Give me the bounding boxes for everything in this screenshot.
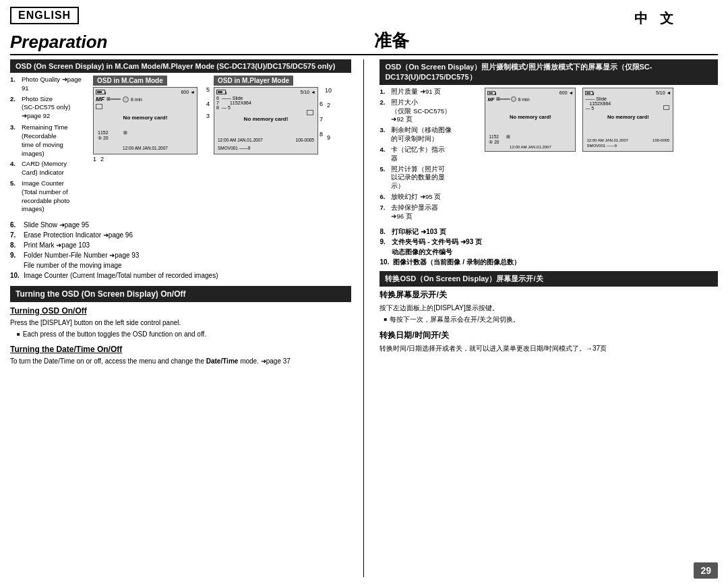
lcd-600: 600 ◄ <box>181 90 195 94</box>
label-6: 6 <box>320 96 323 112</box>
lcd-photo-icon <box>96 104 102 109</box>
zh-item-6: 6. 放映幻灯 ➜95 页 <box>380 193 481 202</box>
cam-mode-label: OSD in M.Cam Mode <box>93 76 167 86</box>
osd-section-header-en: OSD (On Screen Display) in M.Cam Mode/M.… <box>10 59 351 73</box>
lcd-slide-text: —— Slide <box>222 96 243 100</box>
lcd-player-content: 5/10 ◄ 6 —— Slide 7 115 <box>216 90 315 152</box>
page-title-zh: 准备 <box>354 29 718 55</box>
callout-5: 5 <box>206 87 210 93</box>
zh-bat-player <box>585 91 593 95</box>
lcd-cam-screen: 600 ◄ MF ⊠═══ 8 min No memor <box>93 87 198 154</box>
zh-item-4: 4. 卡（记忆卡）指示器 <box>380 146 481 163</box>
subsec2-title: Turning the Date/Time On/Off <box>10 345 351 354</box>
zh-lcd-screens: 600 ◄ MF ⊠═══ 8 min No memory card! 1152 <box>485 88 673 223</box>
left-items-list: 1. Photo Quality ➜page 91 2. Photo Size(… <box>10 76 88 216</box>
lcd-rec <box>123 96 129 103</box>
zh-icons: ⊠═══ <box>496 96 510 102</box>
label-1: 1 <box>93 156 96 163</box>
page-number: 29 <box>694 562 718 579</box>
bat-icon-player <box>216 90 226 94</box>
lcd-8min: 8 min <box>131 97 142 102</box>
zh-item-7: 7. 去掉保护显示器➜96 页 <box>380 204 481 221</box>
player-mode-label: OSD in M.Player Mode <box>214 76 293 86</box>
lcd-bottom-left: 1152 ⊞ ⑤ 20 <box>98 130 127 141</box>
lcd-count: ⑤ 20 <box>98 136 127 141</box>
lcd-no-memory-player: No memory card! <box>244 116 289 122</box>
zh-subsec1: 转换屏幕显示开/关 按下左边面板上的[DISPLAY]显示按键。 每按下一次，屏… <box>380 289 718 324</box>
lcd-file-num: 100-0005 <box>296 138 314 142</box>
lcd-player-screen: 5/10 ◄ 6 —— Slide 7 115 <box>214 87 318 154</box>
lcd-top-row: 600 ◄ <box>96 90 195 94</box>
player-screen-row: 10 2 9 <box>214 87 318 154</box>
zh-items-8-10: 8. 打印标记 ➜103 页 9. 文件夹号码 - 文件号码 ➜93 页动态图像… <box>380 227 718 267</box>
item-10: 10. Image Counter (Current Image/Total n… <box>10 270 351 281</box>
items-6-10: 6. Slide Show ➜page 95 7. Erase Protecti… <box>10 220 351 281</box>
callout-4: 4 <box>206 100 210 107</box>
zh-subsec1-body: 按下左边面板上的[DISPLAY]显示按键。 <box>380 303 718 313</box>
page-title-en: Preparation <box>10 32 354 55</box>
lcd-player-date: 12:00 AM JAN.01.2007 <box>218 138 263 142</box>
subsec2-body: To turn the Date/Time on or off, access … <box>10 356 351 366</box>
item-3: 3. Remaining Time(Recordabletime of movi… <box>10 123 88 158</box>
zh-lcd-count: ⑤ 20 <box>489 140 499 145</box>
lcd-icons: ⊠═══ <box>107 96 121 102</box>
cam-screen-row: 5 4 3 <box>93 87 198 154</box>
cam-bottom-labels: 1 2 <box>93 156 198 163</box>
zh-player-slide: —— Slide <box>585 96 671 101</box>
lcd-no-memory-cam: No memory card! <box>123 115 168 121</box>
zh-cam-screen-area: 600 ◄ MF ⊠═══ 8 min No memory card! 1152 <box>485 88 576 223</box>
player-left-labels: 6 7 8 <box>320 87 323 142</box>
lcd-numbers: 1152 ⊞ <box>98 130 127 136</box>
zh-player-res: 1152X864 <box>585 101 671 106</box>
item-4: 4. CARD (MemoryCard) Indicator <box>10 160 88 177</box>
subsec1-title: Turning OSD On/Off <box>10 306 351 316</box>
item-9: 9. Folder Number-File Number ➜page 93Fil… <box>10 250 351 270</box>
item-8: 8. Print Mark ➜page 103 <box>10 240 351 250</box>
cam-mode-container: OSD in M.Cam Mode 5 4 3 <box>93 76 198 216</box>
zh-lcd-player-content: 5/10 ◄ —— Slide 1152X864 — 5 No memory c… <box>585 90 671 149</box>
bat-icon-cam <box>96 90 105 94</box>
zh-item-5: 5. 照片计算（照片可以记录的数量的显示） <box>380 165 481 191</box>
cam-osd-wrapper: 5 4 3 <box>93 87 198 163</box>
prep-header: Preparation 准备 <box>10 29 718 55</box>
lcd-mf-row: MF ⊠═══ 8 min <box>96 96 195 103</box>
zh-player-top: 5/10 ◄ <box>585 90 671 95</box>
zh-player-date: 12:00 AM JAN.01.2007 <box>586 138 628 142</box>
zh-item-1: 1. 照片质量 ➜91 页 <box>380 88 481 96</box>
item-6: 6. Slide Show ➜page 95 <box>10 220 351 230</box>
chinese-label: 中 文 <box>634 9 677 28</box>
lcd-slide-num: 6 <box>216 96 219 100</box>
zh-subsec2: 转换日期/时间开/关 转换时间/日期选择开或者关，就可以进入菜单更改日期/时间模… <box>380 330 718 353</box>
page-container: ENGLISH 中 文 Preparation 准备 OSD (On Scree… <box>0 0 728 584</box>
lcd-smov: SMOV001 ——9 <box>218 146 250 150</box>
zh-item-8: 8. 打印标记 ➜103 页 <box>380 227 718 237</box>
zh-player-frac: 5/10 ◄ <box>656 90 671 95</box>
item-5: 5. Image Counter(Total number ofrecordab… <box>10 179 88 214</box>
subsec1-bullet: Each press of the button toggles the OSD… <box>17 329 351 339</box>
subsec-osd-on-off: Turning OSD On/Off Press the [DISPLAY] b… <box>10 306 351 339</box>
lcd-player-bottom-row: 12:00 AM JAN.01.2007 100-0005 <box>216 138 315 142</box>
osd-section-header-zh: OSD（On Screen Display）照片摄制模式/照片播放模式下的屏幕显… <box>380 59 718 85</box>
zh-subsec1-title: 转换屏幕显示开/关 <box>380 289 718 301</box>
lcd-res: 1152X864 <box>230 100 251 105</box>
zh-subsec2-body: 转换时间/日期选择开或者关，就可以进入菜单更改日期/时间模式了。→37页 <box>380 343 718 353</box>
lcd-spacing: ⊞ <box>123 130 127 136</box>
zh-item-10: 10. 图像计数器（当前图像 / 录制的图像总数） <box>380 257 718 267</box>
zh-rec <box>511 96 516 102</box>
lcd-1152: 1152 <box>98 130 109 136</box>
english-label: ENGLISH <box>10 7 79 24</box>
zh-smov: SMOV001 ——9 <box>586 144 617 148</box>
lcd-mf: MF <box>96 96 104 103</box>
lcd-cnt: 5 <box>228 105 231 110</box>
lcd-minus: — <box>222 105 226 110</box>
label-2: 2 <box>100 156 104 163</box>
lcd-player-bottom: 12:00 AM JAN.01.2007 100-0005 <box>216 138 315 142</box>
zh-bat <box>487 91 495 95</box>
zh-player-cnt: — 5 <box>585 106 671 111</box>
item-1: 1. Photo Quality ➜page 91 <box>10 76 88 93</box>
vertical-divider <box>363 59 364 577</box>
zh-lcd-num: 1152 ⊞ <box>489 134 510 140</box>
main-content: OSD (On Screen Display) in M.Cam Mode/M.… <box>10 59 718 577</box>
lcd-player-top: 5/10 ◄ <box>216 90 315 94</box>
lcd-fraction: 5/10 ◄ <box>301 90 316 94</box>
